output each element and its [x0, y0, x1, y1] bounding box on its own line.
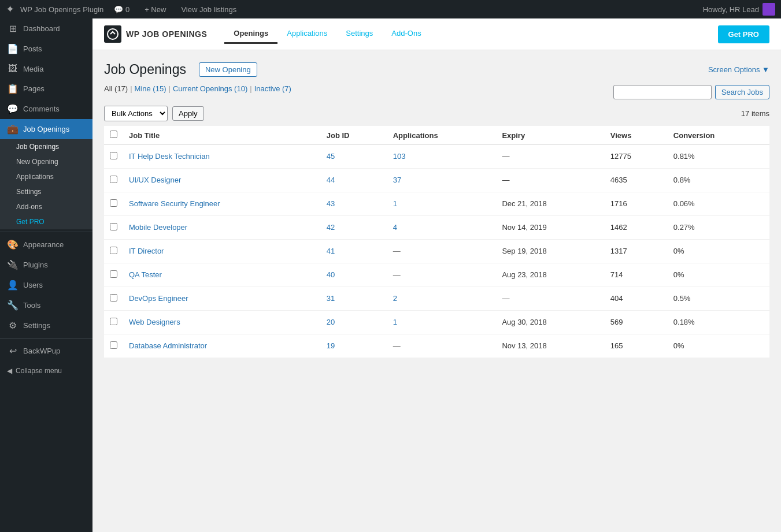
job-id-link[interactable]: 20 [327, 318, 335, 326]
job-title-link[interactable]: Web Designers [129, 318, 180, 326]
submenu-get-pro[interactable]: Get PRO [0, 214, 92, 229]
job-id-link[interactable]: 19 [327, 341, 335, 350]
view-job-listings-link[interactable]: View Job listings [176, 5, 241, 14]
row-select-checkbox[interactable] [110, 152, 117, 159]
row-conversion: 0.27% [668, 216, 769, 240]
applications-link[interactable]: 1 [393, 318, 397, 326]
new-opening-button[interactable]: New Opening [199, 62, 257, 77]
row-select-checkbox[interactable] [110, 270, 117, 278]
row-conversion: 0.18% [668, 311, 769, 334]
submenu-new-opening[interactable]: New Opening [0, 154, 92, 169]
row-job-id: 20 [321, 311, 387, 334]
avatar [763, 3, 775, 16]
bulk-actions-select[interactable]: Bulk Actions Delete [104, 106, 168, 121]
expiry-value: — [502, 152, 509, 161]
row-select-checkbox[interactable] [110, 318, 117, 325]
row-select-checkbox[interactable] [110, 247, 117, 254]
job-id-link[interactable]: 31 [327, 294, 335, 303]
sidebar-item-pages[interactable]: 📋 Pages [0, 79, 92, 99]
row-select-checkbox[interactable] [110, 294, 117, 302]
sidebar-item-label: Posts [23, 44, 42, 53]
search-section: Search Jobs [613, 85, 769, 99]
row-select-checkbox[interactable] [110, 176, 117, 183]
applications-link[interactable]: 2 [393, 294, 397, 303]
tab-openings[interactable]: Openings [224, 24, 277, 44]
job-title-link[interactable]: IT Director [129, 247, 164, 255]
tab-settings[interactable]: Settings [336, 24, 382, 44]
job-title-link[interactable]: UI/UX Designer [129, 176, 181, 184]
sidebar-item-dashboard[interactable]: ⊞ Dashboard [0, 18, 92, 39]
job-title-link[interactable]: DevOps Engineer [129, 294, 188, 303]
sidebar-item-appearance[interactable]: 🎨 Appearance [0, 235, 92, 255]
submenu-settings[interactable]: Settings [0, 184, 92, 199]
applications-link[interactable]: 37 [393, 176, 401, 184]
job-openings-submenu: Job Openings New Opening Applications Se… [0, 139, 92, 229]
collapse-menu[interactable]: ◀ Collapse menu [0, 361, 92, 381]
job-id-link[interactable]: 45 [327, 152, 335, 161]
apply-button[interactable]: Apply [172, 106, 204, 121]
screen-options-button[interactable]: Screen Options ▼ [708, 65, 769, 74]
wp-logo[interactable]: ✦ [6, 3, 14, 16]
search-jobs-input[interactable] [613, 85, 712, 99]
row-applications: 103 [387, 145, 497, 169]
row-job-id: 40 [321, 263, 387, 287]
table-row: IT Help Desk Technician 45 103 — 12775 0… [104, 145, 769, 169]
applications-link[interactable]: 103 [393, 152, 406, 161]
row-views: 569 [605, 311, 668, 334]
job-id-link[interactable]: 41 [327, 247, 335, 255]
row-select-checkbox[interactable] [110, 223, 117, 230]
site-name: WP Job Openings Plugin [20, 5, 103, 14]
filter-mine[interactable]: Mine (15) [135, 84, 166, 93]
job-id-link[interactable]: 43 [327, 199, 335, 208]
submenu-add-ons[interactable]: Add-ons [0, 199, 92, 214]
sidebar-item-media[interactable]: 🖼 Media [0, 59, 92, 79]
sidebar-item-users[interactable]: 👤 Users [0, 275, 92, 295]
filter-current[interactable]: Current Openings (10) [173, 84, 247, 93]
tab-add-ons[interactable]: Add-Ons [382, 24, 430, 44]
toolbar: Bulk Actions Delete Apply 17 items [104, 106, 769, 121]
users-icon: 👤 [7, 280, 18, 291]
row-job-title: IT Help Desk Technician [123, 145, 321, 169]
row-expiry: Dec 21, 2018 [496, 192, 604, 216]
job-title-link[interactable]: Mobile Developer [129, 223, 187, 232]
sidebar-item-backwpup[interactable]: ↩ BackWPup [0, 341, 92, 361]
job-id-link[interactable]: 42 [327, 223, 335, 232]
sidebar-item-settings[interactable]: ⚙ Settings [0, 315, 92, 336]
expiry-value: Nov 14, 2019 [502, 223, 546, 232]
job-id-link[interactable]: 44 [327, 176, 335, 184]
sidebar-item-plugins[interactable]: 🔌 Plugins [0, 255, 92, 275]
submenu-applications[interactable]: Applications [0, 169, 92, 184]
row-select-checkbox[interactable] [110, 341, 117, 349]
filter-inactive[interactable]: Inactive (7) [254, 84, 291, 93]
sidebar-item-label: Tools [23, 301, 40, 310]
filter-all[interactable]: All (17) [104, 84, 128, 93]
applications-link[interactable]: 1 [393, 199, 397, 208]
job-title-link[interactable]: QA Tester [129, 270, 162, 279]
row-checkbox [104, 169, 123, 192]
select-all-checkbox[interactable] [110, 131, 117, 138]
job-title-link[interactable]: Database Administrator [129, 341, 207, 350]
sidebar-item-comments[interactable]: 💬 Comments [0, 99, 92, 119]
row-job-id: 19 [321, 334, 387, 358]
admin-bar: ✦ WP Job Openings Plugin 💬 0 + New View … [0, 0, 781, 18]
row-conversion: 0% [668, 240, 769, 263]
menu-separator [0, 232, 92, 232]
th-expiry: Expiry [496, 126, 604, 145]
get-pro-button[interactable]: Get PRO [718, 25, 769, 43]
tools-icon: 🔧 [7, 300, 18, 311]
comments-link[interactable]: 💬 0 [109, 5, 134, 14]
job-id-link[interactable]: 40 [327, 270, 335, 279]
row-select-checkbox[interactable] [110, 199, 117, 207]
submenu-job-openings[interactable]: Job Openings [0, 139, 92, 154]
job-title-link[interactable]: IT Help Desk Technician [129, 152, 210, 161]
job-title-link[interactable]: Software Security Engineer [129, 199, 220, 208]
sidebar-item-posts[interactable]: 📄 Posts [0, 39, 92, 59]
sidebar-item-tools[interactable]: 🔧 Tools [0, 295, 92, 315]
tab-applications[interactable]: Applications [277, 24, 336, 44]
submenu-label: Job Openings [16, 143, 59, 151]
sidebar-item-job-openings[interactable]: 💼 Job Openings [0, 119, 92, 139]
new-content-link[interactable]: + New [140, 5, 171, 14]
search-jobs-button[interactable]: Search Jobs [715, 85, 769, 99]
row-job-id: 44 [321, 169, 387, 192]
applications-link[interactable]: 4 [393, 223, 397, 232]
